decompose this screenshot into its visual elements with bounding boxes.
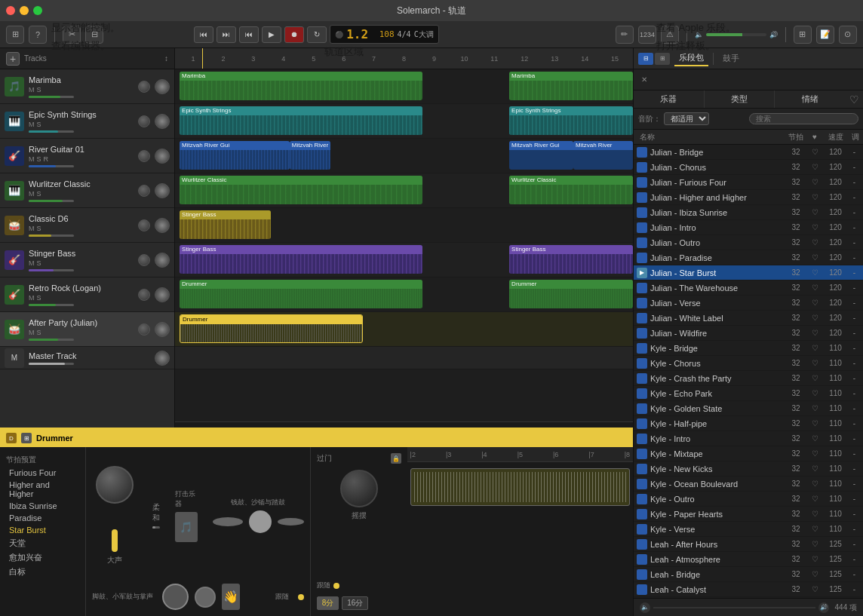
clip-epic-synth-1[interactable]: Epic Synth Strings — [180, 106, 422, 135]
browser-item-fav[interactable]: ♡ — [807, 510, 822, 518]
list-col-beats[interactable]: 节拍 — [785, 132, 807, 143]
browser-item-fav[interactable]: ♡ — [807, 208, 822, 216]
browser-view-btn-2[interactable]: ⊞ — [655, 53, 670, 65]
cycle-btn[interactable]: ↻ — [307, 26, 327, 43]
gate-lock-icon[interactable]: 🔒 — [391, 453, 401, 464]
browser-item-fav[interactable]: ♡ — [807, 389, 822, 397]
smart-controls-btn[interactable]: ⊟ — [85, 26, 103, 44]
col-mood[interactable]: 情绪 — [775, 90, 845, 108]
browser-item-fav[interactable]: ♡ — [807, 464, 822, 473]
browser-item[interactable]: Julian - Wildfire32♡120- — [634, 326, 863, 341]
browser-item-fav[interactable]: ♡ — [807, 253, 822, 262]
minimize-button[interactable] — [20, 6, 29, 15]
col-type[interactable]: 类型 — [705, 90, 775, 108]
swing-slider[interactable] — [152, 526, 160, 529]
lane-river-guitar[interactable]: Mitzvah River Gui Mitzvah River Gui Mitz… — [175, 139, 633, 173]
track-master[interactable]: M Master Track — [0, 347, 174, 369]
browser-item[interactable]: Julian - Verse32♡120- — [634, 296, 863, 311]
solo-btn-retro-rock[interactable]: S — [37, 294, 41, 302]
mute-btn-marimba[interactable]: M — [29, 86, 35, 93]
browser-item-fav[interactable]: ♡ — [807, 283, 822, 292]
browser-item[interactable]: Kyle - Verse32♡110- — [634, 522, 863, 537]
clip-marimba-2[interactable]: Marimba — [509, 72, 633, 100]
browser-item[interactable]: Kyle - Intro32♡110- — [634, 431, 863, 446]
browser-item-fav[interactable]: ♡ — [807, 163, 822, 171]
master-volume[interactable]: 🔈 🔊 — [695, 31, 778, 38]
browser-item-fav[interactable]: ♡ — [807, 449, 822, 458]
browser-item[interactable]: Leah - Bridge32♡125- — [634, 567, 863, 582]
browser-item[interactable]: Kyle - Golden State32♡110- — [634, 401, 863, 416]
preset-ibiza-sunrise[interactable]: Ibiza Sunrise — [0, 500, 85, 512]
clip-classic-d6-1[interactable]: Stinger Bass — [180, 210, 271, 239]
browser-item[interactable]: Leah - After Hours32♡125- — [634, 537, 863, 552]
browser-item-fav[interactable]: ♡ — [807, 540, 822, 548]
lane-epic-synth[interactable]: Epic Synth Strings Epic Synth Strings — [175, 104, 633, 139]
alert-btn[interactable]: ⚠ — [661, 26, 679, 44]
solo-btn-wurlitzer[interactable]: S — [37, 190, 41, 198]
preset-paradise[interactable]: Paradise — [0, 512, 85, 524]
track-river-guitar[interactable]: 🎸 River Guitar 01 M S R — [0, 139, 174, 173]
browser-item-fav[interactable]: ♡ — [807, 525, 822, 533]
solo-btn-stinger-bass[interactable]: S — [37, 259, 41, 267]
track-fader-wurlitzer[interactable] — [29, 200, 74, 202]
track-knob-wurlitzer[interactable] — [138, 185, 150, 197]
track-knob-stinger-bass[interactable] — [138, 254, 150, 266]
browser-item[interactable]: Kyle - Chorus32♡110- — [634, 356, 863, 371]
browser-item[interactable]: Kyle - Half-pipe32♡110- — [634, 416, 863, 431]
mute-btn-stinger-bass[interactable]: M — [29, 259, 35, 267]
browser-item-fav[interactable]: ♡ — [807, 404, 822, 412]
browser-item-fav[interactable]: ♡ — [807, 193, 822, 201]
list-col-key[interactable]: 调 — [849, 132, 860, 143]
solo-btn-classic-d6[interactable]: S — [37, 225, 41, 232]
browser-item-fav[interactable]: ♡ — [807, 570, 822, 578]
track-knob-epic-synth[interactable] — [138, 115, 150, 127]
browser-item[interactable]: Julian - Furious Four32♡120- — [634, 175, 863, 190]
play-btn[interactable]: ▶ — [262, 26, 281, 43]
browser-item[interactable]: Kyle - Paper Hearts32♡110- — [634, 507, 863, 522]
mute-btn-epic-synth[interactable]: M — [29, 121, 35, 128]
browser-item[interactable]: Kyle - New Kicks32♡110- — [634, 461, 863, 477]
solo-btn-after-party[interactable]: S — [37, 329, 41, 336]
browser-item-fav[interactable]: ♡ — [807, 148, 822, 156]
forward-btn[interactable]: ⏭ — [217, 26, 236, 43]
to-start-btn[interactable]: ⏮ — [239, 26, 259, 43]
browser-item-fav[interactable]: ♡ — [807, 585, 822, 593]
traffic-lights[interactable] — [6, 6, 42, 15]
clip-river-guitar-4[interactable]: Mitzvah River — [573, 141, 633, 170]
mute-btn-wurlitzer[interactable]: M — [29, 190, 35, 198]
clip-river-guitar-2[interactable]: Mitzvah River Gui — [290, 141, 331, 170]
track-after-party[interactable]: 🥁 After Party (Julian) M S — [0, 312, 174, 347]
rewind-btn[interactable]: ⏮ — [194, 26, 213, 43]
speaker-max-icon[interactable]: 🔊 — [818, 602, 829, 613]
browser-item-fav[interactable]: ♡ — [807, 314, 822, 322]
shaker[interactable] — [249, 510, 272, 533]
mute-btn-classic-d6[interactable]: M — [29, 225, 35, 232]
track-fader-after-party[interactable] — [29, 339, 74, 341]
clip-after-party-1[interactable]: Drummer — [180, 314, 363, 343]
browser-item[interactable]: Julian - Bridge32♡120- — [634, 145, 863, 160]
percussion-shaker[interactable]: 🎵 — [175, 512, 198, 542]
clip-epic-synth-2[interactable]: Epic Synth Strings — [509, 106, 633, 135]
browser-tab-loops[interactable]: 乐段包 — [674, 51, 708, 66]
clip-drummer-1[interactable]: Drummer — [180, 280, 422, 308]
notepad-btn[interactable]: 📝 — [816, 26, 834, 44]
track-retro-rock[interactable]: 🎸 Retro Rock (Logan) M S — [0, 277, 174, 312]
track-wurlitzer[interactable]: 🎹 Wurlitzer Classic M S — [0, 173, 174, 208]
shake-knob[interactable] — [340, 470, 378, 507]
lane-retro-rock[interactable]: Drummer Drummer — [175, 277, 633, 312]
browser-view-btn-1[interactable]: ⊟ — [638, 53, 653, 65]
list-col-tempo[interactable]: 速度 — [822, 132, 849, 143]
track-stinger-bass[interactable]: 🎸 Stinger Bass M S — [0, 243, 174, 277]
browser-item[interactable]: Julian - Outro32♡120- — [634, 235, 863, 250]
track-fader-retro-rock[interactable] — [29, 304, 74, 306]
track-knob-retro-rock[interactable] — [138, 289, 150, 301]
browser-tab-drummer[interactable]: 鼓手 — [718, 51, 744, 66]
add-track-btn[interactable]: + — [6, 52, 20, 66]
solo-btn-epic-synth[interactable]: S — [37, 121, 41, 128]
browser-item-fav[interactable]: ♡ — [807, 268, 822, 277]
browser-item-fav[interactable]: ♡ — [807, 223, 822, 231]
track-fader-classic-d6[interactable] — [29, 234, 74, 237]
browser-item-fav[interactable]: ♡ — [807, 419, 822, 428]
clip-drummer-2[interactable]: Drummer — [509, 280, 633, 308]
browser-item-fav[interactable]: ♡ — [807, 329, 822, 337]
